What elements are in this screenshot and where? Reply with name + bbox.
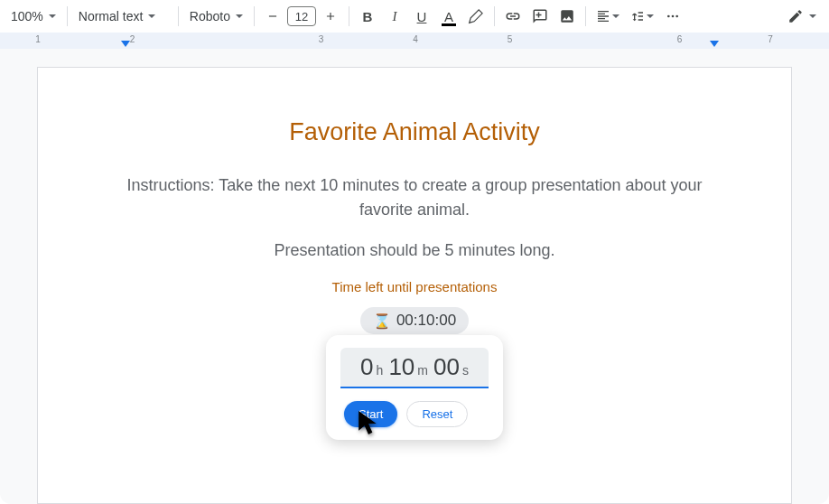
more-button[interactable] xyxy=(660,4,685,29)
caret-icon xyxy=(809,14,816,18)
document-length-note: Presentation should be 5 minutes long. xyxy=(105,238,724,263)
timer-hours: 0 xyxy=(360,353,373,381)
toolbar: 100% Normal text Roboto 12 B I U A xyxy=(0,0,829,33)
separator xyxy=(254,6,255,26)
hours-unit: h xyxy=(377,363,384,378)
reset-button[interactable]: Reset xyxy=(406,401,468,427)
caret-icon xyxy=(647,14,654,18)
document-title: Favorite Animal Activity xyxy=(105,118,724,146)
zoom-dropdown[interactable]: 100% xyxy=(5,4,61,29)
zoom-value: 100% xyxy=(11,9,43,23)
timer-popover: 0 h 10 m 00 s Start Reset xyxy=(326,335,503,440)
ruler: 1 2 3 4 5 6 7 xyxy=(0,33,829,49)
seconds-unit: s xyxy=(462,363,469,378)
align-button[interactable] xyxy=(591,4,624,29)
timer-seconds: 00 xyxy=(433,353,460,381)
caret-icon xyxy=(148,14,155,18)
svg-point-1 xyxy=(672,15,675,18)
line-spacing-button[interactable] xyxy=(626,4,658,29)
decrease-font-size-button[interactable] xyxy=(260,4,285,29)
timer-minutes: 10 xyxy=(388,353,414,381)
caret-icon xyxy=(612,14,619,18)
underline-button[interactable]: U xyxy=(409,4,434,29)
start-button[interactable]: Start xyxy=(344,401,397,427)
insert-image-button[interactable] xyxy=(554,4,580,29)
left-indent-marker[interactable] xyxy=(121,41,130,47)
svg-point-2 xyxy=(675,15,678,18)
separator xyxy=(494,6,495,26)
timer-chip[interactable]: ⌛ 00:10:00 xyxy=(360,307,469,334)
separator xyxy=(349,6,349,26)
font-dropdown[interactable]: Roboto xyxy=(184,4,248,29)
caret-icon xyxy=(49,14,56,18)
document-page[interactable]: Favorite Animal Activity Instructions: T… xyxy=(37,67,792,504)
caret-icon xyxy=(236,14,243,18)
insert-link-button[interactable] xyxy=(500,4,526,29)
timer-chip-value: 00:10:00 xyxy=(396,312,456,330)
svg-point-0 xyxy=(667,15,670,18)
font-value: Roboto xyxy=(190,9,230,23)
italic-button[interactable]: I xyxy=(382,4,407,29)
separator xyxy=(178,6,179,26)
timer-display[interactable]: 0 h 10 m 00 s xyxy=(340,348,489,388)
font-size-input[interactable]: 12 xyxy=(287,6,316,26)
separator xyxy=(67,6,68,26)
right-indent-marker[interactable] xyxy=(710,41,719,47)
style-value: Normal text xyxy=(79,9,144,23)
document-instructions: Instructions: Take the next 10 minutes t… xyxy=(105,173,724,222)
paragraph-style-dropdown[interactable]: Normal text xyxy=(73,4,172,29)
hourglass-icon: ⌛ xyxy=(373,313,391,330)
text-color-button[interactable]: A xyxy=(436,4,461,29)
page-area: Favorite Animal Activity Instructions: T… xyxy=(0,49,829,504)
separator xyxy=(585,6,586,26)
timer-label: Time left until presentations xyxy=(105,279,724,294)
insert-comment-button[interactable] xyxy=(527,4,553,29)
editing-mode-button[interactable] xyxy=(780,4,824,29)
minutes-unit: m xyxy=(417,363,428,378)
bold-button[interactable]: B xyxy=(355,4,380,29)
increase-font-size-button[interactable] xyxy=(318,4,343,29)
highlight-color-button[interactable] xyxy=(463,4,489,29)
